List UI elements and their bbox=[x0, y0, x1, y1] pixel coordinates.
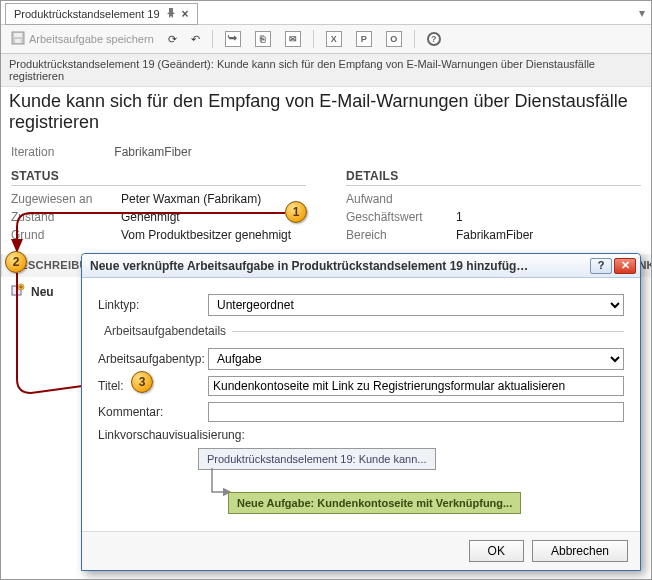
comment-label: Kommentar: bbox=[98, 405, 208, 419]
status-heading: STATUS bbox=[11, 167, 306, 186]
details-section: DETAILS Aufwand Geschäftswert1 BereichFa… bbox=[346, 167, 641, 244]
dialog-help-button[interactable]: ? bbox=[590, 258, 612, 274]
dialog-titlebar[interactable]: Neue verknüpfte Arbeitsaufgabe in Produk… bbox=[82, 254, 640, 278]
p-button[interactable]: P bbox=[352, 29, 376, 49]
undo-icon: ↶ bbox=[191, 33, 200, 46]
iteration-label: Iteration bbox=[11, 145, 111, 159]
assigned-value[interactable]: Peter Waxman (Fabrikam) bbox=[121, 192, 261, 206]
assigned-label: Zugewiesen an bbox=[11, 192, 121, 206]
worktype-select[interactable]: Aufgabe bbox=[208, 348, 624, 370]
area-label: Bereich bbox=[346, 228, 456, 242]
cancel-button[interactable]: Abbrechen bbox=[532, 540, 628, 562]
x-icon: X bbox=[326, 31, 342, 47]
worktype-label: Arbeitsaufgabentyp: bbox=[98, 352, 208, 366]
toolbar: Arbeitsaufgabe speichern ⟳ ↶ ⮩ ⎘ ✉ X P O… bbox=[1, 25, 651, 54]
refresh-icon: ⟳ bbox=[168, 33, 177, 46]
send-button[interactable]: ✉ bbox=[281, 29, 305, 49]
tab-title: Produktrückstandselement 19 bbox=[14, 8, 160, 20]
page-title: Kunde kann sich für den Empfang von E-Ma… bbox=[1, 87, 651, 143]
new-item-icon bbox=[11, 283, 25, 300]
title-label: Titel: bbox=[98, 379, 208, 393]
bizvalue-label: Geschäftswert bbox=[346, 210, 456, 224]
breadcrumb: Produktrückstandselement 19 (Geändert): … bbox=[1, 54, 651, 87]
save-button[interactable]: Arbeitsaufgabe speichern bbox=[7, 29, 158, 49]
callout-2: 2 bbox=[5, 251, 27, 273]
document-tab[interactable]: Produktrückstandselement 19 × bbox=[5, 3, 198, 25]
comment-input[interactable] bbox=[208, 402, 624, 422]
tab-dropdown-icon[interactable]: ▾ bbox=[639, 6, 651, 20]
disk-icon bbox=[11, 31, 25, 47]
link-icon: ⮩ bbox=[225, 31, 241, 47]
refresh-button[interactable]: ⟳ bbox=[164, 31, 181, 48]
o-icon: O bbox=[386, 31, 402, 47]
linktype-select[interactable]: Untergeordnet bbox=[208, 294, 624, 316]
pin-icon[interactable] bbox=[166, 8, 176, 20]
details-group-title: Arbeitsaufgabendetails bbox=[98, 324, 232, 338]
send-icon: ✉ bbox=[285, 31, 301, 47]
new-item-label[interactable]: Neu bbox=[31, 285, 54, 299]
copy-icon: ⎘ bbox=[255, 31, 271, 47]
reason-label: Grund bbox=[11, 228, 121, 242]
title-input[interactable] bbox=[208, 376, 624, 396]
dialog-title: Neue verknüpfte Arbeitsaufgabe in Produk… bbox=[90, 259, 530, 273]
details-heading: DETAILS bbox=[346, 167, 641, 186]
linktype-label: Linktyp: bbox=[98, 298, 208, 312]
undo-button[interactable]: ↶ bbox=[187, 31, 204, 48]
callout-1: 1 bbox=[285, 201, 307, 223]
svg-rect-1 bbox=[14, 33, 22, 37]
state-value[interactable]: Genehmigt bbox=[121, 210, 180, 224]
reason-value[interactable]: Vom Produktbesitzer genehmigt bbox=[121, 228, 291, 242]
iteration-value[interactable]: FabrikamFiber bbox=[114, 145, 191, 159]
preview-child-node: Neue Aufgabe: Kundenkontoseite mit Verkn… bbox=[228, 492, 521, 514]
ok-button[interactable]: OK bbox=[469, 540, 524, 562]
o-button[interactable]: O bbox=[382, 29, 406, 49]
link-button[interactable]: ⮩ bbox=[221, 29, 245, 49]
p-icon: P bbox=[356, 31, 372, 47]
state-label: Zustand bbox=[11, 210, 121, 224]
dialog-close-button[interactable]: ✕ bbox=[614, 258, 636, 274]
help-button[interactable]: ? bbox=[423, 30, 445, 48]
save-label: Arbeitsaufgabe speichern bbox=[29, 33, 154, 45]
callout-3: 3 bbox=[131, 371, 153, 393]
new-linked-work-item-dialog: Neue verknüpfte Arbeitsaufgabe in Produk… bbox=[81, 253, 641, 571]
preview-parent-node: Produktrückstandselement 19: Kunde kann.… bbox=[198, 448, 436, 470]
document-tab-bar: Produktrückstandselement 19 × ▾ bbox=[1, 1, 651, 25]
svg-rect-2 bbox=[15, 39, 21, 43]
iteration-row: Iteration FabrikamFiber bbox=[1, 143, 651, 161]
help-icon: ? bbox=[427, 32, 441, 46]
preview-label: Linkvorschauvisualisierung: bbox=[98, 428, 258, 442]
link-preview: Produktrückstandselement 19: Kunde kann.… bbox=[98, 448, 624, 526]
copy-button[interactable]: ⎘ bbox=[251, 29, 275, 49]
close-icon[interactable]: × bbox=[182, 7, 189, 21]
x-button[interactable]: X bbox=[322, 29, 346, 49]
effort-label: Aufwand bbox=[346, 192, 456, 206]
status-section: STATUS Zugewiesen anPeter Waxman (Fabrik… bbox=[11, 167, 306, 244]
area-value[interactable]: FabrikamFiber bbox=[456, 228, 533, 242]
bizvalue-value[interactable]: 1 bbox=[456, 210, 463, 224]
